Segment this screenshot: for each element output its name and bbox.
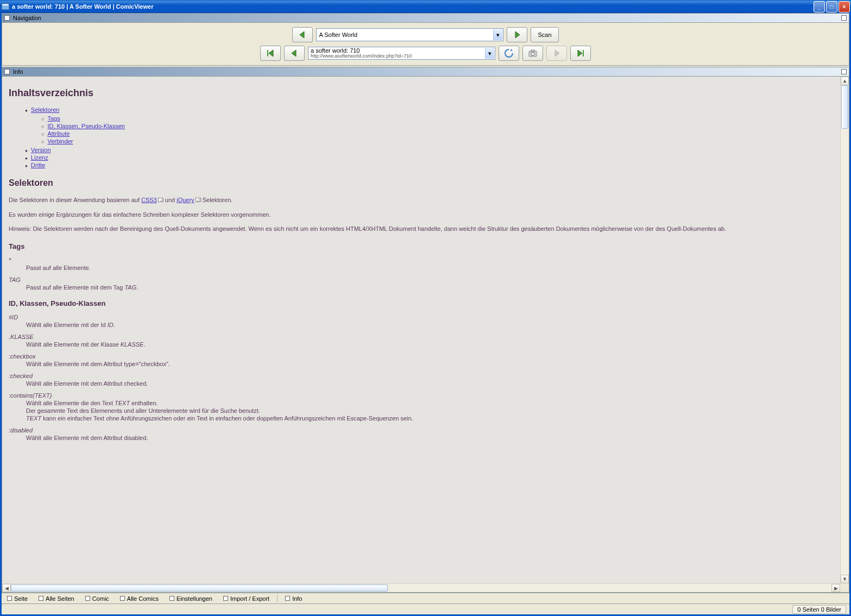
tab-comic[interactable]: Comic: [82, 595, 112, 602]
toc-link-attribute[interactable]: Attribute: [47, 130, 70, 137]
tab-einstellungen[interactable]: Einstellungen: [166, 595, 216, 602]
episode-selector[interactable]: a softer world: 710 http://www.asofterwo…: [308, 47, 495, 60]
status-text: 0 Seiten 0 Bilder: [792, 605, 846, 614]
navigation-panel-title: Navigation: [13, 15, 41, 21]
tab-box-icon: [169, 596, 174, 601]
toc-link-verbinder[interactable]: Verbinder: [47, 138, 73, 144]
maximize-button[interactable]: □: [826, 1, 837, 12]
def-term: :contains(TEXT): [9, 392, 834, 399]
tab-seite[interactable]: Seite: [4, 595, 31, 602]
tab-box-icon: [7, 596, 12, 601]
def-term: :disabled: [9, 427, 834, 433]
close-button[interactable]: ×: [839, 1, 850, 12]
selektoren-p2: Es wurden einige Ergänzungen für das ein…: [9, 210, 834, 219]
def-term: TAG: [9, 276, 834, 283]
def-term: :checkbox: [9, 353, 834, 360]
status-bar: 0 Seiten 0 Bilder: [2, 604, 849, 614]
selektoren-heading: Selektoren: [9, 178, 834, 188]
scroll-down-icon[interactable]: ▼: [841, 575, 849, 583]
navigation-toolbar: A Softer World ▾ Scan a softer world: 71…: [2, 23, 849, 66]
def-desc: Wählt alle Elemente mit der Klasse KLASS…: [9, 341, 834, 348]
tab-box-icon: [39, 596, 43, 601]
minimize-button[interactable]: _: [814, 1, 825, 12]
toc-heading: Inhaltsverzeichnis: [9, 87, 834, 99]
next-comic-button[interactable]: [507, 27, 527, 42]
selektoren-intro: Die Selektoren in dieser Anwendung basie…: [9, 196, 834, 205]
tags-heading: Tags: [9, 242, 834, 250]
last-episode-button[interactable]: [570, 46, 591, 61]
external-link-icon: [158, 198, 163, 202]
dropdown-arrow-icon: ▾: [485, 48, 494, 59]
svg-rect-0: [2, 3, 9, 10]
prev-episode-button[interactable]: [284, 46, 305, 61]
svg-rect-5: [531, 50, 534, 52]
tab-import-export[interactable]: Import / Export: [220, 595, 273, 602]
tab-box-icon: [85, 596, 90, 601]
scroll-thumb[interactable]: [11, 584, 388, 592]
panel-expand-icon[interactable]: [841, 69, 847, 74]
tab-box-icon: [120, 596, 125, 601]
scroll-up-icon[interactable]: ▲: [841, 77, 849, 85]
tab-alle-comics[interactable]: Alle Comics: [117, 595, 162, 602]
comic-selector-value: A Softer World: [319, 32, 357, 38]
def-desc: Passt auf alle Elemente.: [9, 265, 834, 271]
horizontal-scrollbar[interactable]: ◀ ▶: [2, 583, 840, 592]
css3-link[interactable]: CSS3: [141, 197, 157, 203]
def-desc: Wählt alle Elemente die den Text TEXT en…: [9, 400, 834, 406]
panel-expand-icon[interactable]: [841, 15, 847, 21]
external-link-icon: [196, 198, 201, 202]
def-term: :checked: [9, 373, 834, 379]
episode-url: http://www.asofterworld.com/index.php?id…: [311, 54, 493, 59]
def-term: *: [9, 257, 834, 263]
def-desc: Wählt alle Elemente mit dem Attribut che…: [9, 380, 834, 387]
def-desc: Passt auf alle Elemente mit dem Tag TAG.: [9, 284, 834, 291]
info-content: Inhaltsverzeichnis Selektoren Tags ID, K…: [2, 77, 840, 583]
comic-selector[interactable]: A Softer World ▾: [316, 28, 503, 41]
tab-box-icon: [285, 596, 290, 601]
navigation-panel-header: Navigation: [2, 13, 849, 23]
scan-button[interactable]: Scan: [531, 27, 558, 42]
scroll-left-icon[interactable]: ◀: [2, 584, 11, 592]
scroll-right-icon[interactable]: ▶: [831, 584, 840, 592]
app-icon: [1, 2, 10, 11]
def-term: .KLASSE: [9, 334, 834, 340]
window-titlebar: a softer world: 710 | A Softer World | C…: [0, 0, 851, 13]
def-desc: TEXT kann ein einfacher Text ohne Anführ…: [9, 415, 834, 422]
panel-toggle-icon[interactable]: [4, 15, 10, 21]
dropdown-arrow-icon: ▾: [493, 29, 502, 40]
tab-separator: [277, 595, 278, 602]
snapshot-button[interactable]: [522, 46, 543, 61]
def-desc: Wählt alle Elemente mit dem Attribut dis…: [9, 435, 834, 441]
toc-link-idklassen[interactable]: ID, Klassen, Pseudo-Klassen: [47, 123, 124, 129]
selektoren-p3: Hinweis: Die Selektoren werden nach der …: [9, 224, 834, 234]
toc-link-tags[interactable]: Tags: [47, 115, 60, 122]
refresh-button[interactable]: [499, 46, 519, 61]
toc-link-dritte[interactable]: Dritte: [31, 162, 45, 168]
tab-box-icon: [223, 596, 228, 601]
vertical-scrollbar[interactable]: ▲ ▼: [840, 77, 849, 583]
scroll-corner: [840, 583, 849, 592]
idklassen-heading: ID, Klassen, Pseudo-Klassen: [9, 299, 834, 307]
jquery-link[interactable]: jQuery: [176, 197, 194, 203]
tab-alle-seiten[interactable]: Alle Seiten: [35, 595, 78, 602]
scroll-thumb[interactable]: [841, 85, 848, 129]
info-panel-title: Info: [13, 68, 23, 75]
info-panel-header: Info: [2, 67, 849, 77]
def-desc: Der gesammte Text des Elemenents und all…: [9, 407, 834, 414]
next-episode-button: [546, 46, 567, 61]
prev-comic-button[interactable]: [292, 27, 313, 42]
toc-link-lizenz[interactable]: Lizenz: [31, 154, 48, 161]
def-desc: Wählt alle Elemente mit der Id ID.: [9, 322, 834, 328]
toc-link-version[interactable]: Version: [31, 147, 51, 153]
tab-info[interactable]: Info: [282, 595, 305, 602]
panel-toggle-icon[interactable]: [4, 69, 10, 74]
window-title: a softer world: 710 | A Softer World | C…: [12, 3, 814, 10]
first-episode-button[interactable]: [260, 46, 281, 61]
svg-rect-2: [267, 50, 268, 56]
svg-point-4: [531, 52, 534, 55]
svg-rect-1: [3, 4, 8, 5]
tab-bar: Seite Alle Seiten Comic Alle Comics Eins…: [2, 593, 849, 604]
toc-link-selektoren[interactable]: Selektoren: [31, 106, 60, 113]
def-term: #ID: [9, 314, 834, 320]
svg-rect-6: [583, 50, 584, 56]
